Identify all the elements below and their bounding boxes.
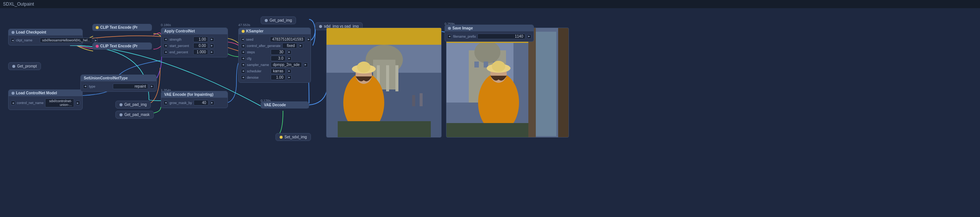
get-pad-img-node: Get_pad_img	[115, 101, 151, 108]
end-right[interactable]: ►	[210, 50, 214, 54]
start-right[interactable]: ►	[210, 44, 214, 48]
strength-right[interactable]: ►	[210, 37, 214, 42]
apply-controlnet-header: Apply ControlNet	[161, 28, 228, 34]
clip-text-1-label: CLIP Text Encode (Pr	[100, 26, 138, 29]
sn-left[interactable]: ◄	[241, 63, 245, 67]
clip1-dot	[96, 26, 99, 29]
apply-controlnet-node: Apply ControlNet ◄ strength 1.00 ► ◄ sta…	[161, 27, 228, 57]
sn-right[interactable]: ►	[304, 63, 308, 67]
scheduler-row: ◄ scheduler karras ►	[241, 68, 308, 74]
cag-label: control_after_generate	[247, 44, 281, 48]
get-prompt-node: Get_prompt	[8, 62, 41, 70]
svg-rect-31	[446, 123, 528, 137]
get-pad-mask-label: Get_pad_mask	[124, 113, 150, 117]
type-right-btn[interactable]: ►	[150, 84, 154, 89]
cag-value: fixed	[282, 43, 297, 48]
seed-right[interactable]: ►	[307, 37, 310, 42]
cfg-row: ◄ cfg 3.0 ►	[241, 56, 308, 61]
steps-value: 30	[271, 49, 286, 55]
ckpt-value: sdxl/leosamsHelloworldXL_hel...	[40, 38, 93, 43]
set-union-label: SetUnionControlNetType	[84, 76, 128, 80]
filename-prefix-row: ◄ filename_prefix 1140 ►	[447, 34, 531, 39]
cn-right-btn[interactable]: ►	[76, 101, 80, 105]
steps-left[interactable]: ◄	[241, 50, 245, 54]
end-label: end_percent	[169, 50, 192, 54]
svg-rect-7	[395, 65, 398, 91]
canvas-area[interactable]: Load Checkpoint ◄ ckpt_name sdxl/leosams…	[0, 8, 980, 217]
fp-left[interactable]: ◄	[447, 34, 452, 39]
ckpt-right-btn[interactable]: ►	[94, 38, 97, 43]
cag-left[interactable]: ◄	[241, 44, 245, 48]
set-union-header: SetUnionControlNetType	[81, 75, 156, 81]
end-left[interactable]: ◄	[164, 50, 168, 54]
fp-right[interactable]: ►	[527, 34, 531, 39]
sn-value: dpmpp_2m_sde	[271, 62, 302, 67]
start-percent-row: ◄ start_percent 0.00 ►	[164, 43, 225, 48]
pad-img-dot	[119, 103, 123, 106]
ksampler-header: KSampler	[239, 28, 310, 34]
ckpt-left-btn[interactable]: ◄	[11, 38, 14, 43]
get-pad-img-label: Get_pad_img	[124, 102, 147, 107]
save-image-dot	[448, 27, 451, 30]
svg-rect-20	[474, 62, 479, 67]
apply-controlnet-timer: 0.186s	[161, 23, 171, 27]
seed-row: ◄ seed 478375180141593 ►	[241, 37, 308, 42]
grow-value: 40	[194, 100, 208, 105]
start-left[interactable]: ◄	[164, 44, 168, 48]
load-controlnet-header: Load ControlNet Model	[9, 90, 82, 96]
control-after-row: ◄ control_after_generate fixed ►	[241, 43, 308, 48]
ckpt-name-row: ◄ ckpt_name sdxl/leosamsHelloworldXL_hel…	[11, 38, 80, 43]
den-value: 1.00	[271, 75, 286, 80]
title-bar: SDXL_Outpaint	[0, 0, 980, 8]
ksampler-node: KSampler ◄ seed 478375180141593 ► ◄ cont…	[238, 27, 311, 83]
strength-left[interactable]: ◄	[164, 37, 168, 42]
start-label: start_percent	[169, 44, 192, 48]
grow-mask-row: ◄ grow_mask_by 40 ►	[164, 100, 225, 105]
type-left-btn[interactable]: ◄	[83, 84, 88, 89]
apply-controlnet-body: ◄ strength 1.00 ► ◄ start_percent 0.00 ►…	[161, 34, 228, 57]
strength-row: ◄ strength 1.00 ►	[164, 37, 225, 42]
cag-right[interactable]: ►	[299, 44, 303, 48]
pad-img-top-dot	[265, 19, 268, 22]
vae-encode-label: VAE Encode (for Inpainting)	[164, 93, 213, 97]
seed-left[interactable]: ◄	[241, 37, 245, 42]
cfg-right[interactable]: ►	[287, 56, 291, 61]
output-image-1	[326, 27, 442, 137]
apply-controlnet-label: Apply ControlNet	[164, 29, 195, 33]
steps-right[interactable]: ►	[287, 50, 291, 54]
vae-decode-header: VAE Decode	[261, 102, 309, 108]
set-sdxl-img-node: Set_sdxl_img	[275, 133, 311, 141]
seed-label: seed	[246, 38, 269, 41]
controlnet-dot	[11, 92, 14, 95]
ksampler-dot	[242, 30, 245, 33]
sched-left[interactable]: ◄	[241, 69, 245, 73]
den-left[interactable]: ◄	[241, 75, 245, 80]
vae-encode-body: ◄ grow_mask_by 40 ►	[161, 98, 228, 108]
end-value: 1.000	[193, 49, 208, 55]
end-percent-row: ◄ end_percent 1.000 ►	[164, 49, 225, 55]
cn-label: control_net_name	[17, 101, 44, 105]
denoise-row: ◄ denoise 1.00 ►	[241, 75, 308, 80]
pad-mask-dot	[119, 113, 123, 116]
svg-rect-14	[412, 95, 415, 106]
set-sdxl-img-label: Set_sdxl_img	[285, 135, 307, 139]
ksampler-timer: 47.553s	[238, 23, 250, 27]
sched-right[interactable]: ►	[287, 69, 291, 73]
clip-text-2-label: CLIP Text Encode (Pr	[100, 44, 138, 48]
cn-left-btn[interactable]: ◄	[11, 101, 15, 105]
svg-rect-15	[420, 93, 423, 106]
vae-decode-label: VAE Decode	[264, 103, 286, 107]
load-controlnet-label: Load ControlNet Model	[16, 91, 57, 95]
type-label: type	[89, 85, 111, 88]
clip2-dot	[96, 45, 99, 48]
svg-rect-13	[338, 121, 431, 137]
fp-label: filename_prefix	[453, 35, 476, 38]
cfg-value: 3.0	[271, 56, 286, 61]
cfg-left[interactable]: ◄	[241, 56, 245, 61]
grow-right[interactable]: ►	[210, 101, 215, 105]
den-label: denoise	[247, 76, 269, 80]
svg-rect-25	[536, 32, 556, 136]
grow-left[interactable]: ◄	[164, 101, 168, 105]
den-right[interactable]: ►	[287, 75, 291, 80]
sdxl-vs-pad-dot	[319, 25, 322, 28]
